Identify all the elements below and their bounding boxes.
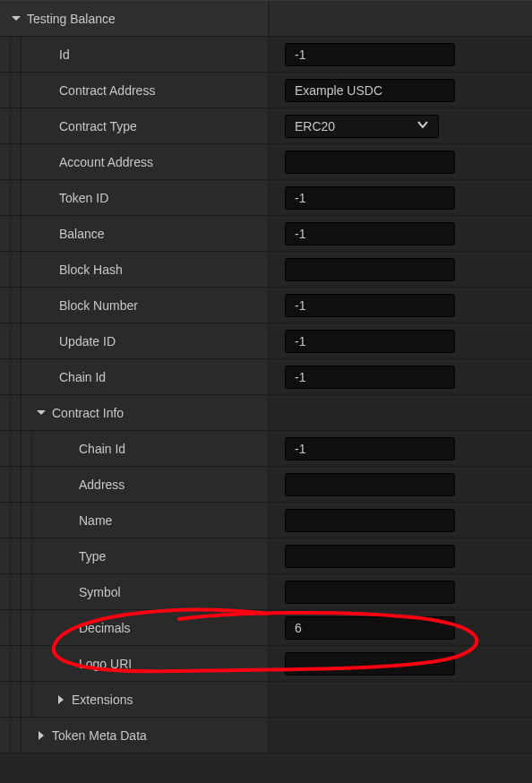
input-ci-logo-uri[interactable] bbox=[285, 652, 455, 675]
label-block-number: Block Number bbox=[56, 298, 138, 313]
row-ci-type: Type bbox=[0, 538, 532, 574]
row-ci-logo-uri: Logo URI bbox=[0, 646, 532, 682]
select-value: ERC20 bbox=[295, 119, 335, 133]
input-update-id[interactable] bbox=[285, 330, 455, 353]
input-ci-name[interactable] bbox=[285, 509, 455, 532]
row-token-id: Token ID bbox=[0, 180, 532, 216]
row-chain-id: Chain Id bbox=[0, 359, 532, 395]
expand-toggle-contract-info[interactable] bbox=[34, 406, 48, 420]
label-contract-address: Contract Address bbox=[56, 83, 155, 98]
label-account-address: Account Address bbox=[56, 155, 153, 169]
row-ci-decimals: Decimals bbox=[0, 610, 532, 646]
section-title: Testing Balance bbox=[23, 12, 116, 26]
label-block-hash: Block Hash bbox=[56, 262, 123, 277]
label-contract-info: Contract Info bbox=[48, 406, 124, 420]
label-id: Id bbox=[56, 47, 70, 62]
label-update-id: Update ID bbox=[56, 334, 116, 348]
label-ci-decimals: Decimals bbox=[75, 621, 131, 635]
select-contract-type[interactable]: ERC20 bbox=[285, 115, 439, 138]
section-header-testing-balance[interactable]: Testing Balance bbox=[0, 1, 532, 37]
row-ci-symbol: Symbol bbox=[0, 574, 532, 610]
label-contract-type: Contract Type bbox=[56, 119, 137, 133]
expand-toggle-token-meta-data[interactable] bbox=[34, 728, 48, 743]
input-account-address[interactable] bbox=[285, 151, 455, 174]
label-extensions: Extensions bbox=[68, 693, 133, 707]
label-ci-logo-uri: Logo URI bbox=[75, 657, 132, 671]
row-token-meta-data[interactable]: Token Meta Data bbox=[0, 718, 532, 753]
row-ci-address: Address bbox=[0, 467, 532, 503]
row-balance: Balance bbox=[0, 216, 532, 252]
label-ci-name: Name bbox=[75, 513, 112, 528]
row-ci-chain-id: Chain Id bbox=[0, 431, 532, 467]
input-ci-decimals[interactable] bbox=[285, 616, 455, 640]
label-ci-address: Address bbox=[75, 478, 124, 492]
input-ci-chain-id[interactable] bbox=[285, 437, 455, 460]
input-ci-address[interactable] bbox=[285, 473, 455, 496]
expand-toggle-testing-balance[interactable] bbox=[9, 12, 23, 26]
input-block-number[interactable] bbox=[285, 294, 455, 317]
row-update-id: Update ID bbox=[0, 323, 532, 359]
row-block-number: Block Number bbox=[0, 288, 532, 323]
input-id[interactable] bbox=[285, 43, 455, 66]
details-panel: Testing Balance Id Contract Address Cont… bbox=[0, 0, 532, 783]
input-balance[interactable] bbox=[285, 222, 455, 245]
label-token-id: Token ID bbox=[56, 191, 108, 205]
label-ci-symbol: Symbol bbox=[75, 585, 121, 599]
label-token-meta-data: Token Meta Data bbox=[48, 728, 147, 743]
chevron-down-icon bbox=[416, 118, 429, 133]
row-ci-extensions[interactable]: Extensions bbox=[0, 682, 532, 718]
row-contract-type: Contract Type ERC20 bbox=[0, 108, 532, 144]
row-contract-info-header[interactable]: Contract Info bbox=[0, 395, 532, 431]
input-block-hash[interactable] bbox=[285, 258, 455, 281]
label-chain-id: Chain Id bbox=[56, 370, 106, 384]
expand-toggle-extensions[interactable] bbox=[54, 693, 68, 707]
input-contract-address[interactable] bbox=[285, 79, 455, 102]
label-ci-type: Type bbox=[75, 549, 106, 564]
label-ci-chain-id: Chain Id bbox=[75, 442, 125, 456]
row-contract-address: Contract Address bbox=[0, 73, 532, 108]
input-ci-type[interactable] bbox=[285, 545, 455, 568]
row-account-address: Account Address bbox=[0, 144, 532, 180]
label-balance: Balance bbox=[56, 227, 105, 241]
input-chain-id[interactable] bbox=[285, 366, 455, 389]
row-ci-name: Name bbox=[0, 503, 532, 538]
row-id: Id bbox=[0, 37, 532, 73]
row-block-hash: Block Hash bbox=[0, 252, 532, 288]
input-ci-symbol[interactable] bbox=[285, 581, 455, 604]
input-token-id[interactable] bbox=[285, 186, 455, 210]
